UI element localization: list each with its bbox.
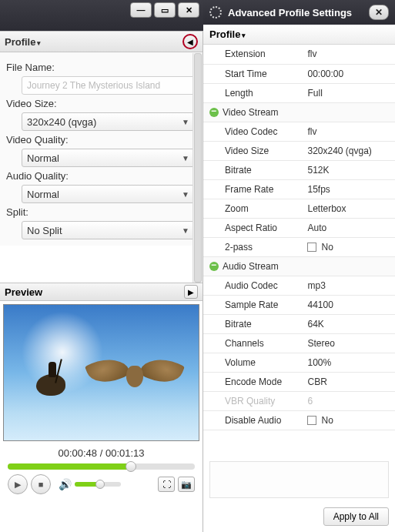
scrollbar[interactable] [192,53,203,283]
scrollbar-thumb[interactable] [194,53,202,283]
advanced-close-button[interactable]: ✕ [369,5,389,20]
close-button[interactable]: ✕ [178,2,199,18]
split-label: Split: [6,206,196,218]
row-encode-mode[interactable]: Encode ModeCBR [203,372,395,391]
advanced-profile-dropdown[interactable]: Profile [203,25,395,45]
video-thumbnail-rider [35,359,70,399]
profile-form: File Name: Journey 2 The Mysterious Isla… [0,52,203,246]
preview-play-icon[interactable]: ▶ [184,285,198,299]
row-volume[interactable]: Volume100% [203,353,395,372]
chevron-down-icon: ▼ [182,118,189,126]
row-length[interactable]: LengthFull [203,83,395,102]
advanced-profile-label: Profile [209,28,246,40]
row-zoom[interactable]: ZoomLetterbox [203,199,395,218]
row-audio-codec[interactable]: Audio Codecmp3 [203,276,395,295]
preview-title: Preview [5,286,42,298]
volume-slider[interactable] [75,482,121,487]
chevron-down-icon: ▼ [182,190,189,199]
profile-header[interactable]: Profile ◀ [0,31,203,52]
fullscreen-button[interactable]: ⛶ [158,477,175,492]
split-value: No Split [27,225,62,236]
row-audio-bitrate[interactable]: Bitrate64K [203,314,395,333]
profile-title: Profile [5,36,41,48]
row-video-bitrate[interactable]: Bitrate512K [203,160,395,179]
checkbox-2pass[interactable] [307,243,316,252]
row-start-time[interactable]: Start Time00:00:00 [203,64,395,83]
seek-fill [8,463,131,470]
row-disable-audio[interactable]: Disable AudioNo [203,410,395,430]
time-current: 00:00:48 [58,447,97,459]
category-audio-stream[interactable]: Audio Stream [203,256,395,276]
videoquality-label: Video Quality: [6,134,196,146]
seek-bar[interactable] [8,463,195,470]
row-extension[interactable]: Extensionflv [203,45,395,64]
videosize-value: 320x240 (qvga) [27,116,96,128]
volume-knob[interactable] [95,480,105,489]
gear-icon [209,6,222,18]
description-box [209,461,389,498]
snapshot-button[interactable]: 📷 [178,477,195,492]
row-sample-rate[interactable]: Sample Rate44100 [203,295,395,314]
window-titlebar: — ▭ ✕ [0,0,203,31]
audioquality-label: Audio Quality: [6,170,196,182]
videoquality-value: Normal [27,152,59,164]
video-frame[interactable] [3,304,199,441]
audioquality-select[interactable]: Normal ▼ [22,185,195,203]
audioquality-value: Normal [27,189,59,200]
advanced-settings-panel: Advanced Profile Settings ✕ Profile Exte… [203,0,395,532]
split-select[interactable]: No Split ▼ [22,221,195,239]
row-channels[interactable]: ChannelsStereo [203,333,395,353]
category-video-stream[interactable]: Video Stream [203,102,395,122]
settings-grid: Extensionflv Start Time00:00:00 LengthFu… [203,45,395,430]
checkbox-disable-audio[interactable] [307,416,316,425]
preview-header: Preview ▶ [0,283,203,301]
videosize-select[interactable]: 320x240 (qvga) ▼ [22,112,195,131]
playback-controls: ▶ ■ 🔊 ⛶ 📷 [3,470,199,499]
collapse-icon[interactable] [209,262,219,271]
filename-label: File Name: [6,62,196,73]
filename-input[interactable]: Journey 2 The Mysterious Island [22,76,195,95]
row-2pass[interactable]: 2-passNo [203,237,395,256]
preview-area: 00:00:48 / 00:01:13 ▶ ■ 🔊 ⛶ 📷 [3,304,199,499]
row-frame-rate[interactable]: Frame Rate15fps [203,179,395,199]
profile-panel: Profile ◀ File Name: Journey 2 The Myste… [0,31,203,532]
videoquality-select[interactable]: Normal ▼ [22,149,195,167]
seek-knob[interactable] [126,461,136,472]
advanced-titlebar: Advanced Profile Settings ✕ [203,0,395,25]
maximize-button[interactable]: ▭ [154,2,176,18]
collapse-icon[interactable] [209,108,219,117]
videosize-label: Video Size: [6,98,196,109]
row-vbr-quality: VBR Quality6 [203,391,395,410]
minimize-button[interactable]: — [130,2,152,18]
play-button[interactable]: ▶ [8,474,28,494]
row-video-codec[interactable]: Video Codecflv [203,122,395,141]
advanced-title: Advanced Profile Settings [228,7,363,18]
chevron-down-icon: ▼ [182,226,189,235]
video-thumbnail-bird [92,347,177,401]
stop-button[interactable]: ■ [31,474,51,494]
time-total: 00:01:13 [105,447,145,459]
apply-to-all-button[interactable]: Apply to All [323,507,389,526]
collapse-left-icon[interactable]: ◀ [182,34,198,49]
row-video-size[interactable]: Video Size320x240 (qvga) [203,141,395,160]
volume-icon[interactable]: 🔊 [59,478,72,490]
timecode: 00:00:48 / 00:01:13 [3,447,199,459]
row-aspect-ratio[interactable]: Aspect RatioAuto [203,218,395,237]
chevron-down-icon: ▼ [182,154,189,162]
